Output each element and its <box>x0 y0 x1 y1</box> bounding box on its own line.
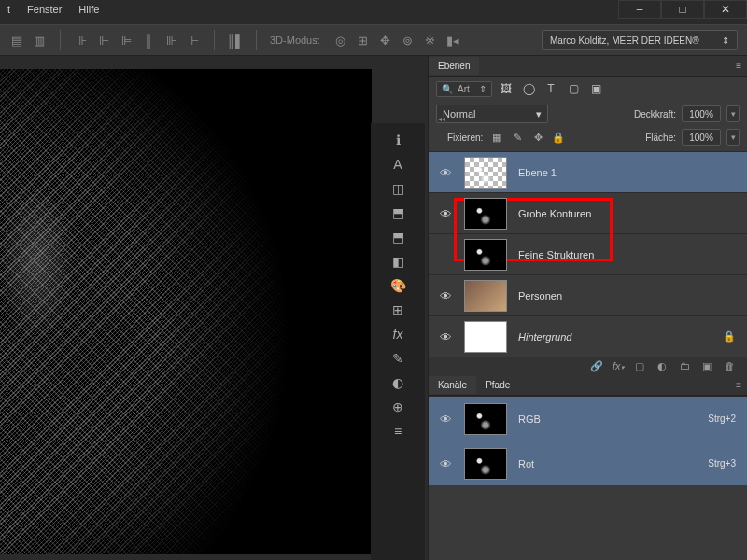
artwork <box>0 69 372 554</box>
layer-thumbnail[interactable] <box>464 321 507 353</box>
opacity-label: Deckkraft: <box>634 109 676 119</box>
link-layers-icon[interactable]: 🔗 <box>590 360 603 373</box>
filter-image-icon[interactable]: 🖼 <box>498 80 514 97</box>
layer-name[interactable]: Feine Strukturen <box>518 249 594 260</box>
fill-input[interactable]: 100% <box>682 129 721 146</box>
spacing-icon[interactable]: ║▌ <box>228 33 243 48</box>
grid-icon[interactable]: ⊞ <box>390 302 405 317</box>
menu-item-fenster[interactable]: Fenster <box>27 4 62 15</box>
scale3d-icon[interactable]: ⊚ <box>401 33 416 48</box>
options-bar: ▤ ▥ ⊪ ⊩ ⊫ ║ ⊪ ⊩ ║▌ 3D-Modus: ◎ ⊞ ✥ ⊚ ※ ▮… <box>0 24 747 56</box>
lock-move-icon[interactable]: ✥ <box>531 131 544 144</box>
align-pack-icon[interactable]: ▥ <box>32 33 47 48</box>
layer-thumbnail[interactable] <box>464 239 507 271</box>
layer-row[interactable]: 👁 Ebene 1 <box>429 151 747 192</box>
contrast-icon[interactable]: ◐ <box>390 375 405 390</box>
text-strip-icon[interactable]: A <box>390 157 405 172</box>
layer-row[interactable]: 👁 Personen <box>429 274 747 315</box>
layer-row[interactable]: 👁 Hintergrund 🔒 <box>429 315 747 357</box>
layer-thumbnail[interactable] <box>464 280 507 312</box>
channel-row[interactable]: 👁 RGB Strg+2 <box>429 396 747 441</box>
layer-name[interactable]: Ebene 1 <box>518 167 557 178</box>
light3d-icon[interactable]: ※ <box>423 33 438 48</box>
layer-filter-type[interactable]: 🔍 Art ⇕ <box>436 81 492 97</box>
filter-shape-icon[interactable]: ▢ <box>565 80 582 97</box>
distribute-3-icon[interactable]: ⊫ <box>119 33 134 48</box>
workspace-picker[interactable]: Marco Kolditz, MEER DER IDEEN® ⇕ <box>542 30 738 50</box>
distribute-5-icon[interactable]: ⊪ <box>163 33 178 48</box>
menu-item-t[interactable]: t <box>7 4 10 15</box>
channel-row[interactable]: 👁 Rot Strg+3 <box>429 441 747 485</box>
orbit-icon[interactable]: ◎ <box>333 33 348 48</box>
layer-row[interactable]: Feine Strukturen <box>429 233 747 274</box>
chevron-updown-icon: ⇕ <box>479 84 486 94</box>
lock-brush-icon[interactable]: ✎ <box>511 131 524 144</box>
maximize-button[interactable]: □ <box>661 0 704 19</box>
strip-icon-5[interactable]: ◧ <box>390 254 405 269</box>
visibility-toggle[interactable] <box>440 248 453 261</box>
target-icon[interactable]: ⊕ <box>390 399 405 414</box>
brush-strip-icon[interactable]: ✎ <box>390 351 405 366</box>
new-layer-icon[interactable]: ▣ <box>702 360 715 373</box>
layer-name[interactable]: Grobe Konturen <box>518 208 591 219</box>
camera3d-icon[interactable]: ▮◂ <box>445 33 460 48</box>
panel-menu-icon[interactable]: ≡ <box>730 61 747 71</box>
lock-pixels-icon[interactable]: ▦ <box>490 131 503 144</box>
distribute-4-icon[interactable]: ║ <box>141 33 156 48</box>
info-icon[interactable]: ℹ <box>390 133 405 147</box>
visibility-toggle[interactable]: 👁 <box>440 207 453 220</box>
channel-thumbnail <box>464 403 507 435</box>
document-canvas[interactable] <box>0 69 372 554</box>
tab-layers[interactable]: Ebenen <box>429 57 479 75</box>
lock-all-icon[interactable]: 🔒 <box>552 131 565 144</box>
divider <box>256 30 257 50</box>
pan3d-icon[interactable]: ⊞ <box>356 33 371 48</box>
filter-smart-icon[interactable]: ▣ <box>587 80 604 97</box>
group-icon[interactable]: 🗀 <box>680 360 693 373</box>
fill-chevron[interactable]: ▾ <box>726 129 740 146</box>
align-left-icon[interactable]: ▤ <box>9 33 24 48</box>
visibility-toggle[interactable]: 👁 <box>440 413 453 426</box>
panel-collapse-icon[interactable]: ◂◂ <box>425 112 458 125</box>
fx-icon[interactable]: fx▾ <box>613 360 626 373</box>
menu-item-hilfe[interactable]: Hilfe <box>78 4 99 15</box>
trash-icon[interactable]: 🗑 <box>725 360 738 373</box>
layer-thumbnail[interactable] <box>464 198 507 230</box>
visibility-toggle[interactable]: 👁 <box>440 457 453 470</box>
opacity-input[interactable]: 100% <box>682 105 721 122</box>
mode3d-label: 3D-Modus: <box>270 35 320 46</box>
fx-strip-icon[interactable]: fx <box>390 327 405 342</box>
channels-tabhead: Kanäle Pfade ≡ <box>429 375 747 396</box>
strip-icon-4[interactable]: ⬒ <box>390 230 405 245</box>
channel-thumbnail <box>464 448 507 480</box>
canvas-area: ◂◂ ℹ A ◫ ⬒ ⬒ ◧ 🎨 ⊞ fx ✎ ◐ ⊕ ≡ <box>0 56 428 560</box>
adjust-icon[interactable]: ◐ <box>657 360 670 373</box>
opacity-chevron[interactable]: ▾ <box>726 105 740 122</box>
layer-name[interactable]: Personen <box>518 290 562 301</box>
panel-menu-icon[interactable]: ≡ <box>730 380 747 390</box>
visibility-toggle[interactable]: 👁 <box>440 330 453 343</box>
layer-thumbnail[interactable] <box>464 157 507 189</box>
list-icon[interactable]: ≡ <box>390 424 405 439</box>
distribute-2-icon[interactable]: ⊩ <box>96 33 111 48</box>
close-button[interactable]: ✕ <box>704 0 747 19</box>
strip-icon-3[interactable]: ⬒ <box>390 205 405 220</box>
fill-label: Fläche: <box>645 133 676 143</box>
distribute-1-icon[interactable]: ⊪ <box>74 33 89 48</box>
visibility-toggle[interactable]: 👁 <box>440 166 453 179</box>
divider <box>60 30 61 50</box>
filter-adjust-icon[interactable]: ◯ <box>520 80 537 97</box>
tab-paths[interactable]: Pfade <box>476 376 519 394</box>
visibility-toggle[interactable]: 👁 <box>440 289 453 302</box>
layer-row[interactable]: 👁 Grobe Konturen <box>429 192 747 233</box>
channel-name: Rot <box>518 458 534 469</box>
swatch-icon[interactable]: 🎨 <box>390 278 405 293</box>
distribute-6-icon[interactable]: ⊩ <box>186 33 201 48</box>
mask-icon[interactable]: ▢ <box>635 360 648 373</box>
layer-name[interactable]: Hintergrund <box>518 331 571 343</box>
tab-channels[interactable]: Kanäle <box>429 376 476 394</box>
filter-text-icon[interactable]: T <box>543 80 559 97</box>
strip-icon-2[interactable]: ◫ <box>390 181 405 196</box>
move3d-icon[interactable]: ✥ <box>378 33 393 48</box>
minimize-button[interactable]: – <box>618 0 661 19</box>
